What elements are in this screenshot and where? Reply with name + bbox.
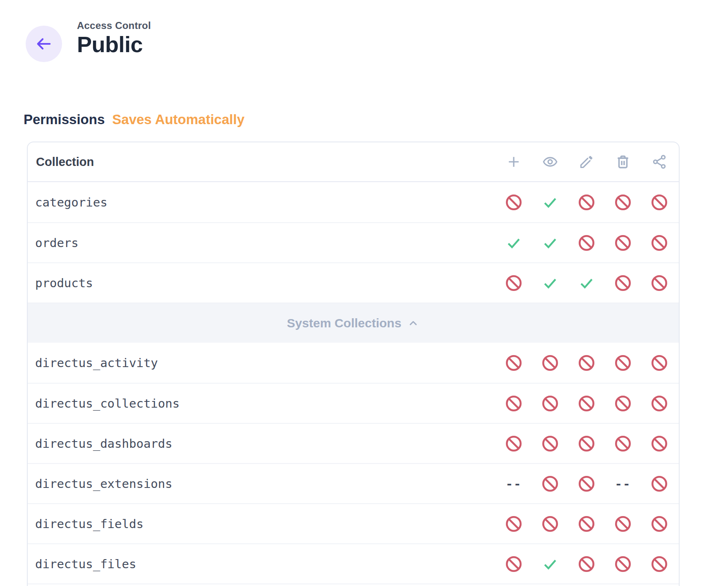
table-row: products bbox=[28, 262, 679, 303]
permission-share-toggle[interactable] bbox=[641, 504, 678, 544]
permission-update-toggle[interactable] bbox=[568, 544, 605, 584]
permission-create-toggle[interactable] bbox=[496, 384, 532, 423]
permission-create-toggle[interactable]: -- bbox=[496, 464, 532, 504]
permission-cells: ---- bbox=[496, 464, 678, 504]
blocked-icon bbox=[541, 515, 559, 533]
permission-delete-toggle[interactable] bbox=[605, 343, 641, 383]
blocked-icon bbox=[614, 515, 632, 533]
arrow-left-icon bbox=[34, 34, 53, 53]
blocked-icon bbox=[505, 555, 523, 573]
permission-delete-toggle[interactable] bbox=[605, 384, 641, 423]
blocked-icon bbox=[650, 435, 668, 453]
plus-icon bbox=[496, 142, 532, 182]
blocked-icon bbox=[505, 515, 523, 533]
blocked-icon bbox=[614, 555, 632, 573]
permission-update-toggle[interactable] bbox=[568, 263, 605, 303]
permission-read-toggle[interactable] bbox=[532, 544, 568, 584]
permission-create-toggle[interactable] bbox=[496, 544, 532, 584]
system-collections-group: directus_activitydirectus_collectionsdir… bbox=[28, 343, 679, 584]
permission-read-toggle[interactable] bbox=[532, 183, 568, 222]
system-collections-label: System Collections bbox=[287, 316, 402, 330]
blocked-icon bbox=[650, 274, 668, 292]
permission-delete-toggle[interactable] bbox=[605, 183, 641, 222]
permission-create-toggle[interactable] bbox=[496, 504, 532, 544]
permission-update-toggle[interactable] bbox=[568, 183, 605, 222]
permission-create-toggle[interactable] bbox=[496, 223, 532, 263]
blocked-icon bbox=[577, 394, 596, 413]
blocked-icon bbox=[650, 394, 668, 413]
permission-share-toggle[interactable] bbox=[641, 424, 678, 464]
collection-name: directus_dashboards bbox=[35, 437, 172, 451]
permission-update-toggle[interactable] bbox=[568, 384, 605, 423]
permission-share-toggle[interactable] bbox=[641, 183, 678, 222]
permission-share-toggle[interactable] bbox=[641, 544, 678, 584]
permission-share-toggle[interactable] bbox=[641, 384, 678, 423]
permission-read-toggle[interactable] bbox=[532, 384, 568, 423]
chevron-up-icon bbox=[407, 317, 419, 329]
permission-share-toggle[interactable] bbox=[641, 223, 678, 263]
permission-delete-toggle[interactable] bbox=[605, 263, 641, 303]
permission-read-toggle[interactable] bbox=[532, 424, 568, 464]
blocked-icon bbox=[650, 234, 668, 252]
permission-create-toggle[interactable] bbox=[496, 424, 532, 464]
permission-share-toggle[interactable] bbox=[641, 464, 678, 504]
table-row: directus_extensions---- bbox=[28, 463, 679, 503]
permission-delete-toggle[interactable] bbox=[605, 544, 641, 584]
permission-delete-toggle[interactable] bbox=[605, 223, 641, 263]
permission-update-toggle[interactable] bbox=[568, 223, 605, 263]
blocked-icon bbox=[614, 354, 632, 372]
check-icon bbox=[542, 194, 558, 211]
blocked-icon bbox=[541, 354, 559, 372]
blocked-icon bbox=[650, 515, 668, 533]
table-row: orders bbox=[28, 222, 679, 262]
blocked-icon bbox=[577, 435, 596, 453]
check-icon bbox=[578, 275, 595, 291]
permission-create-toggle[interactable] bbox=[496, 183, 532, 222]
collection-name: products bbox=[35, 276, 93, 290]
blocked-icon bbox=[577, 515, 596, 533]
check-icon bbox=[542, 275, 558, 291]
blocked-icon bbox=[614, 193, 632, 211]
no-permission-label: -- bbox=[506, 477, 522, 491]
permission-cells bbox=[496, 384, 678, 423]
permission-delete-toggle[interactable]: -- bbox=[605, 464, 641, 504]
blocked-icon bbox=[614, 234, 632, 252]
collection-name: directus_collections bbox=[35, 396, 180, 411]
permission-update-toggle[interactable] bbox=[568, 464, 605, 504]
permission-update-toggle[interactable] bbox=[568, 504, 605, 544]
check-icon bbox=[542, 556, 558, 572]
permission-delete-toggle[interactable] bbox=[605, 424, 641, 464]
check-icon bbox=[542, 235, 558, 251]
permission-read-toggle[interactable] bbox=[532, 504, 568, 544]
permission-update-toggle[interactable] bbox=[568, 424, 605, 464]
permission-update-toggle[interactable] bbox=[568, 343, 605, 383]
system-collections-toggle[interactable]: System Collections bbox=[28, 303, 679, 343]
blocked-icon bbox=[650, 555, 668, 573]
back-button[interactable] bbox=[26, 26, 62, 62]
permission-create-toggle[interactable] bbox=[496, 263, 532, 303]
eye-icon bbox=[532, 142, 568, 182]
check-icon bbox=[505, 235, 522, 251]
table-row: directus_dashboards bbox=[28, 423, 679, 463]
permission-create-toggle[interactable] bbox=[496, 343, 532, 383]
no-permission-label: -- bbox=[615, 477, 631, 491]
collection-name: directus_activity bbox=[35, 356, 158, 370]
permission-read-toggle[interactable] bbox=[532, 263, 568, 303]
collection-column-header: Collection bbox=[36, 155, 94, 169]
permission-share-toggle[interactable] bbox=[641, 263, 678, 303]
permissions-section-header: Permissions Saves Automatically bbox=[24, 112, 244, 127]
permission-delete-toggle[interactable] bbox=[605, 504, 641, 544]
pencil-icon bbox=[568, 142, 605, 182]
permission-read-toggle[interactable] bbox=[532, 343, 568, 383]
blocked-icon bbox=[505, 435, 523, 453]
blocked-icon bbox=[505, 354, 523, 372]
table-row: directus_activity bbox=[28, 343, 679, 383]
blocked-icon bbox=[650, 475, 668, 493]
permission-cells bbox=[496, 183, 678, 222]
permission-read-toggle[interactable] bbox=[532, 464, 568, 504]
permission-share-toggle[interactable] bbox=[641, 343, 678, 383]
blocked-icon bbox=[650, 354, 668, 372]
table-row: categories bbox=[28, 182, 679, 222]
permission-cells bbox=[496, 343, 678, 383]
permission-read-toggle[interactable] bbox=[532, 223, 568, 263]
